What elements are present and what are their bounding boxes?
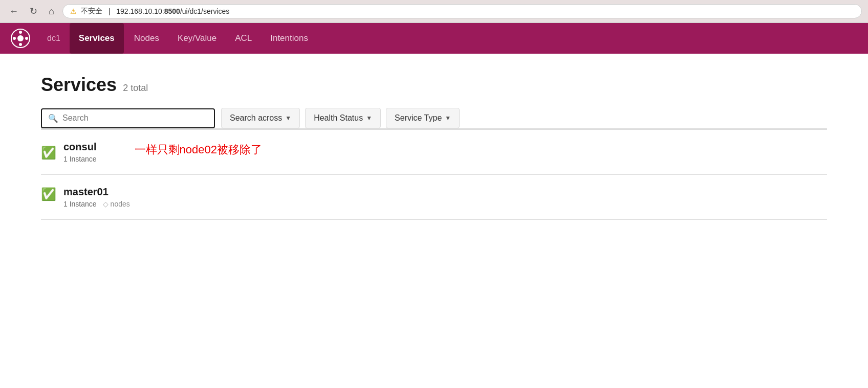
health-status-label: Health Status [314, 113, 363, 123]
master01-name: master01 [63, 186, 130, 198]
home-button[interactable]: ⌂ [46, 5, 57, 18]
table-row[interactable]: ✅ master01 1 Instance ◇ nodes [41, 175, 827, 220]
search-across-chevron: ▼ [285, 115, 291, 122]
svg-point-1 [17, 35, 24, 41]
master01-tag: ◇ nodes [103, 200, 130, 208]
service-type-chevron: ▼ [445, 115, 451, 122]
address-bar[interactable]: ⚠ 不安全 | 192.168.10.10:8500/ui/dc1/servic… [62, 4, 862, 18]
navbar-item-nodes[interactable]: Nodes [125, 23, 168, 54]
navbar-item-keyvalue[interactable]: Key/Value [168, 23, 226, 54]
refresh-button[interactable]: ↻ [27, 5, 40, 18]
svg-point-2 [19, 31, 22, 34]
url-separator: | [106, 7, 112, 15]
navbar-item-services[interactable]: Services [70, 23, 124, 54]
master01-status-icon: ✅ [41, 187, 56, 201]
table-row[interactable]: ✅ consul 1 Instance 一样只剩node02被移除了 [41, 130, 827, 175]
svg-point-4 [13, 37, 16, 40]
master01-instances: 1 Instance [63, 200, 97, 208]
search-across-dropdown[interactable]: Search across ▼ [221, 108, 300, 128]
warning-icon: ⚠ [70, 7, 77, 15]
health-status-dropdown[interactable]: Health Status ▼ [305, 108, 381, 128]
consul-status-icon: ✅ [41, 146, 56, 160]
health-status-chevron: ▼ [366, 115, 372, 122]
master01-tag-label: nodes [111, 200, 130, 208]
consul-logo[interactable] [10, 28, 31, 49]
navbar-dc[interactable]: dc1 [39, 34, 69, 43]
back-button[interactable]: ← [6, 5, 21, 18]
service-type-dropdown[interactable]: Service Type ▼ [386, 108, 460, 128]
navbar-item-intentions[interactable]: Intentions [261, 23, 317, 54]
tag-icon: ◇ [103, 200, 108, 208]
search-across-label: Search across [230, 113, 282, 123]
svg-point-3 [19, 43, 22, 46]
filters-row: 🔍 Search across ▼ Health Status ▼ Servic… [41, 108, 827, 129]
master01-info: master01 1 Instance ◇ nodes [63, 186, 130, 208]
page-title-row: Services 2 total [41, 74, 827, 96]
main-content: Services 2 total 🔍 Search across ▼ Healt… [0, 54, 868, 388]
search-icon: 🔍 [48, 113, 58, 123]
search-wrapper[interactable]: 🔍 [41, 108, 215, 128]
consul-meta: 1 Instance [63, 155, 97, 163]
consul-top: ✅ consul 1 Instance 一样只剩node02被移除了 [41, 141, 262, 163]
consul-row-inner: ✅ consul 1 Instance 一样只剩node02被移除了 [41, 141, 827, 163]
navbar: dc1 Services Nodes Key/Value ACL Intenti… [0, 23, 868, 54]
navbar-item-acl[interactable]: ACL [226, 23, 261, 54]
consul-info: consul 1 Instance [63, 141, 97, 163]
browser-chrome: ← ↻ ⌂ ⚠ 不安全 | 192.168.10.10:8500/ui/dc1/… [0, 0, 868, 23]
service-type-label: Service Type [395, 113, 442, 123]
search-input[interactable] [62, 113, 208, 123]
page-count: 2 total [123, 83, 148, 94]
insecure-label: 不安全 [81, 7, 102, 16]
consul-instances: 1 Instance [63, 155, 97, 163]
service-list: ✅ consul 1 Instance 一样只剩node02被移除了 ✅ mas… [41, 130, 827, 220]
consul-name: consul [63, 141, 97, 153]
page-title: Services [41, 74, 117, 96]
svg-point-5 [25, 37, 28, 40]
url-text: 192.168.10.10:8500/ui/dc1/services [116, 7, 229, 15]
consul-annotation: 一样只剩node02被移除了 [135, 142, 262, 157]
master01-meta: 1 Instance ◇ nodes [63, 200, 130, 208]
